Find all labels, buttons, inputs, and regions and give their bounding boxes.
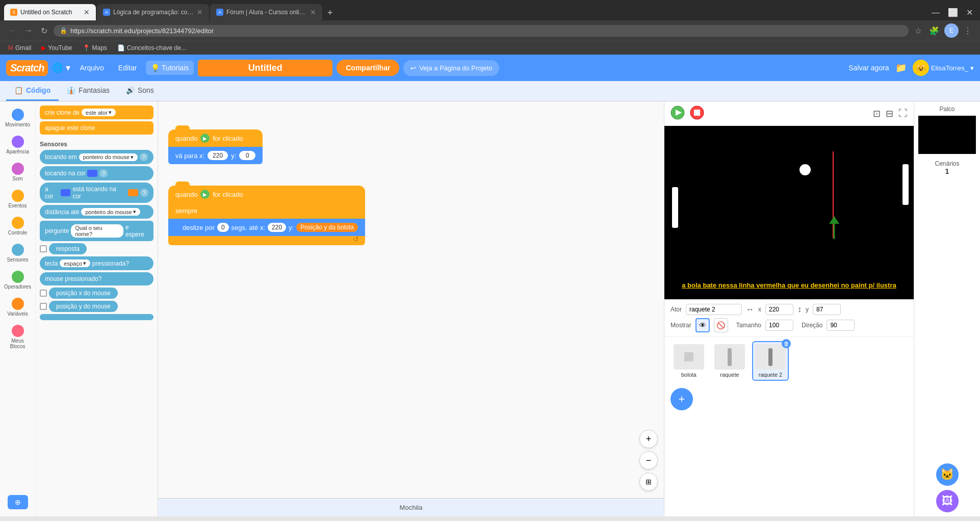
tab-forum[interactable]: A Fórum | Alura - Cursos online de... ✕ bbox=[210, 4, 322, 20]
block-tocando-cor[interactable]: tocando na cor ? bbox=[40, 166, 153, 180]
back-button[interactable]: ← bbox=[6, 24, 18, 37]
show-hidden-button[interactable]: 🚫 bbox=[714, 318, 728, 332]
green-flag-stage-button[interactable] bbox=[670, 106, 685, 121]
block-more[interactable] bbox=[40, 314, 153, 320]
hat-block-2[interactable]: quando ▶ for clicado bbox=[168, 186, 365, 203]
posicao-bolota-var[interactable]: Posição y da bolota bbox=[296, 223, 358, 232]
color-swatch-orange[interactable] bbox=[128, 189, 138, 196]
tab-codigo[interactable]: 📋 Código bbox=[6, 81, 59, 101]
block-dropdown-ponteiro[interactable]: ponteiro do mouse ▾ bbox=[79, 153, 138, 161]
refresh-button[interactable]: ↻ bbox=[39, 24, 49, 38]
sprite-thumb-raquete2[interactable]: 🗑 raquete 2 bbox=[752, 341, 789, 381]
bookmark-youtube[interactable]: ▶ YouTube bbox=[39, 43, 74, 53]
folder-button[interactable]: 📁 bbox=[895, 62, 907, 73]
add-sprite-button[interactable]: + bbox=[670, 388, 693, 410]
project-title-input[interactable] bbox=[198, 60, 332, 76]
stage-medium-button[interactable]: ⊟ bbox=[886, 108, 893, 119]
block-dropdown-ator[interactable]: este ator ▾ bbox=[82, 109, 116, 116]
size-input[interactable] bbox=[765, 320, 793, 331]
stop-button[interactable] bbox=[690, 106, 704, 121]
tab-close-scratch[interactable]: ✕ bbox=[84, 8, 90, 16]
block-pos-x[interactable]: posição x do mouse bbox=[49, 288, 118, 299]
language-button[interactable]: 🌐 ▾ bbox=[52, 62, 70, 73]
stage-fullscreen-button[interactable]: ⛶ bbox=[898, 108, 908, 119]
menu-button[interactable]: ⋮ bbox=[962, 24, 974, 38]
close-window-button[interactable]: ✕ bbox=[963, 7, 976, 18]
block-apague-clone[interactable]: apague este clone bbox=[40, 121, 153, 135]
bookmark-conceitos[interactable]: 📄 Conceitos-chave de... bbox=[115, 43, 188, 53]
new-tab-button[interactable]: + bbox=[323, 6, 337, 20]
bookmark-maps[interactable]: 📍 Maps bbox=[81, 43, 109, 53]
deslize-time-input[interactable]: 0 bbox=[217, 223, 229, 232]
category-sensores[interactable]: Sensores bbox=[3, 241, 33, 266]
add-sprite-fab[interactable]: 🐱 bbox=[936, 463, 959, 486]
category-aparencia[interactable]: Aparência bbox=[3, 133, 33, 158]
block-dropdown-distancia[interactable]: ponteiro do mouse ▾ bbox=[81, 208, 140, 216]
delete-sprite-badge[interactable]: 🗑 bbox=[782, 339, 791, 348]
block-tecla[interactable]: tecla espaço ▾ pressionada? bbox=[40, 256, 153, 270]
x-coord-input[interactable] bbox=[765, 304, 793, 315]
block-pos-y[interactable]: posição y do mouse bbox=[49, 301, 118, 312]
show-visible-button[interactable]: 👁 bbox=[695, 318, 710, 332]
tab-fantasias[interactable]: 👔 Fantasias bbox=[59, 81, 118, 101]
color-swatch-blue[interactable] bbox=[87, 170, 97, 177]
tab-close-forum[interactable]: ✕ bbox=[310, 8, 316, 16]
block-mouse-pressionado[interactable]: mouse pressionado? bbox=[40, 272, 153, 285]
forward-button[interactable]: → bbox=[22, 24, 35, 37]
minimize-button[interactable]: — bbox=[929, 7, 943, 18]
veja-pagina-button[interactable]: ↩ Veja a Página do Projeto bbox=[403, 60, 499, 76]
zoom-out-button[interactable]: − bbox=[639, 451, 658, 470]
maximize-button[interactable]: ⬜ bbox=[945, 7, 961, 18]
block-posx-checkbox[interactable] bbox=[40, 290, 47, 297]
category-operadores[interactable]: Operadores bbox=[3, 268, 33, 293]
actor-name-input[interactable] bbox=[686, 304, 742, 315]
stage-small-button[interactable]: ⊡ bbox=[873, 108, 881, 119]
goto-block[interactable]: vá para x: 220 y: 0 bbox=[168, 147, 263, 164]
block-crie-clone[interactable]: crie clone de este ator ▾ bbox=[40, 106, 153, 119]
zoom-in-button[interactable]: + bbox=[639, 430, 658, 448]
tab-close-logica[interactable]: ✕ bbox=[197, 8, 203, 16]
block-input-pergunte[interactable]: Qual o seu nome? bbox=[71, 224, 123, 238]
block-resposta-checkbox[interactable] bbox=[40, 245, 47, 252]
block-posy-checkbox[interactable] bbox=[40, 303, 47, 310]
block-distancia[interactable]: distância até ponteiro do mouse ▾ bbox=[40, 205, 153, 219]
tab-scratch[interactable]: S Untitled on Scratch ✕ bbox=[4, 4, 96, 20]
mochila-bar[interactable]: Mochila bbox=[158, 498, 664, 516]
block-pergunte[interactable]: pergunte Qual o seu nome? e espere bbox=[40, 221, 153, 241]
y-coord-input[interactable] bbox=[813, 304, 841, 315]
block-tocando-em[interactable]: tocando em ponteiro do mouse ▾ ? bbox=[40, 150, 153, 164]
block-resposta[interactable]: resposta bbox=[49, 243, 87, 254]
category-controle[interactable]: Controle bbox=[3, 214, 33, 239]
bookmark-star-button[interactable]: ☆ bbox=[913, 24, 924, 38]
save-now-button[interactable]: Salvar agora bbox=[848, 64, 889, 72]
sempre-block[interactable]: sempre bbox=[168, 203, 365, 219]
deslize-x-input[interactable]: 220 bbox=[268, 223, 286, 232]
arquivo-button[interactable]: Arquivo bbox=[74, 61, 109, 75]
compartilhar-button[interactable]: Compartilhar bbox=[337, 60, 399, 76]
editar-button[interactable]: Editar bbox=[113, 61, 142, 75]
category-eventos[interactable]: Eventos bbox=[3, 187, 33, 212]
category-meus-blocos[interactable]: Meus Blocos bbox=[3, 322, 33, 352]
fit-button[interactable]: ⊞ bbox=[639, 473, 658, 491]
tab-logica[interactable]: A Lógica de programação: comece... ✕ bbox=[97, 4, 209, 20]
sprite-thumb-bolota[interactable]: bolota bbox=[670, 341, 707, 381]
category-variaveis[interactable]: Variáveis bbox=[3, 295, 33, 320]
category-extensions[interactable]: ⊕ bbox=[3, 492, 33, 512]
y-input-1[interactable]: 0 bbox=[239, 151, 255, 160]
deslize-block[interactable]: deslize por 0 segs. até x: 220 y: Posiçã… bbox=[168, 219, 365, 236]
direction-input[interactable] bbox=[827, 320, 855, 331]
user-menu-button[interactable]: 😺 ElisaTorres_ ▾ bbox=[913, 60, 974, 76]
category-movimento[interactable]: Movimento bbox=[3, 106, 33, 131]
block-dropdown-tecla[interactable]: espaço ▾ bbox=[60, 259, 90, 267]
tab-sons[interactable]: 🔊 Sons bbox=[118, 81, 162, 101]
block-cor-tocando-cor[interactable]: a cor está tocando na cor ? bbox=[40, 183, 153, 203]
hat-block-1[interactable]: quando ▶ for clicado bbox=[168, 129, 263, 147]
profile-button[interactable]: E bbox=[944, 23, 959, 38]
x-input-1[interactable]: 220 bbox=[208, 151, 228, 160]
sprite-thumb-raquete[interactable]: raquete bbox=[711, 341, 748, 381]
url-input[interactable] bbox=[70, 27, 902, 35]
color-swatch-blue2[interactable] bbox=[61, 189, 71, 196]
add-stage-fab[interactable]: 🖼 bbox=[936, 490, 959, 512]
tutoriais-button[interactable]: 💡 Tutoriais bbox=[146, 61, 194, 75]
bookmark-gmail[interactable]: M Gmail bbox=[6, 43, 33, 53]
